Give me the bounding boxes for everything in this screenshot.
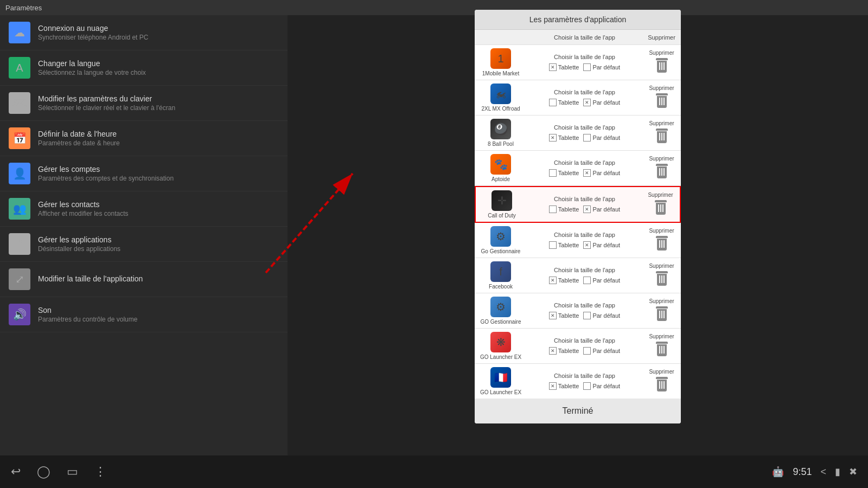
sidebar-title-accounts: Gérer les comptes: [38, 165, 174, 174]
trash-icon-7[interactable]: [655, 306, 669, 324]
choose-cell-4: Choisir la taille de l'app Tablette Par …: [524, 196, 646, 213]
pardefaut-option-0: Par défaut: [583, 63, 620, 71]
modal-header: Les paramètres d'application: [475, 10, 681, 30]
tablette-option-3: Tablette: [549, 169, 579, 177]
top-bar: Paramètres: [0, 0, 868, 15]
tablette-checkbox-7[interactable]: [549, 312, 557, 319]
pardefaut-label-9: Par défaut: [592, 383, 620, 389]
choose-label-5: Choisir la taille de l'app: [554, 232, 615, 238]
termine-button[interactable]: Terminé: [480, 404, 675, 418]
sidebar-icon-keyboard: ⌨: [9, 92, 30, 114]
sidebar-title-date: Définir la date & l'heure: [38, 130, 120, 138]
choose-cell-3: Choisir la taille de l'app Tablette Par …: [522, 159, 647, 177]
trash-icon-1[interactable]: [655, 93, 669, 111]
tablette-checkbox-3[interactable]: [549, 169, 557, 177]
tablette-checkbox-4[interactable]: [549, 206, 557, 213]
pardefaut-option-7: Par défaut: [583, 312, 620, 319]
sidebar-subtitle-sound: Paramètres du contrôle de volume: [38, 316, 137, 323]
sidebar-icon-cloud: ☁: [9, 22, 30, 43]
sidebar-icon-resize: ⤢: [9, 268, 30, 290]
delete-cell-9: Supprimer: [647, 369, 676, 394]
trash-icon-2[interactable]: [655, 129, 669, 146]
menu-button[interactable]: ⋮: [94, 465, 106, 479]
column-header-row: Choisir la taille de l'app Supprimer: [475, 30, 681, 45]
main-area: Les paramètres d'application Choisir la …: [288, 15, 868, 455]
sidebar-item-resize[interactable]: ⤢ Modifier la taille de l'application: [0, 262, 288, 297]
tablette-option-7: Tablette: [549, 312, 579, 319]
pardefaut-checkbox-0[interactable]: [583, 63, 591, 71]
delete-cell-7: Supprimer: [647, 298, 676, 324]
sidebar-item-contacts[interactable]: 👥 Gérer les contacts Afficher et modifie…: [0, 191, 288, 227]
delete-cell-0: Supprimer: [647, 50, 676, 75]
trash-icon-3[interactable]: [655, 164, 669, 181]
app-row-7: ⚙ GO Gestionnaire Choisir la taille de l…: [475, 293, 681, 329]
pardefaut-option-4: Par défaut: [583, 206, 620, 213]
home-button[interactable]: ◯: [37, 465, 50, 479]
trash-icon-4[interactable]: [654, 200, 668, 217]
pardefaut-option-6: Par défaut: [583, 277, 620, 284]
trash-icon-8[interactable]: [655, 342, 669, 359]
delete-cell-5: Supprimer: [647, 228, 676, 253]
tablette-checkbox-6[interactable]: [549, 277, 557, 284]
tablette-checkbox-8[interactable]: [549, 347, 557, 355]
sidebar-icon-date: 📅: [9, 127, 30, 149]
tablette-checkbox-9[interactable]: [549, 382, 557, 390]
app-name-4: Call of Duty: [488, 213, 516, 219]
tablette-option-6: Tablette: [549, 277, 579, 284]
pardefaut-checkbox-8[interactable]: [583, 347, 591, 355]
sidebar-item-lang[interactable]: A Changer la langue Sélectionnez la lang…: [0, 50, 288, 86]
sidebar-title-apps: Gérer les applications: [38, 235, 120, 244]
pardefaut-label-3: Par défaut: [592, 170, 620, 176]
app-row-4: ✛ Call of Duty Choisir la taille de l'ap…: [475, 186, 681, 223]
sidebar-item-apps[interactable]: ⚙ Gérer les applications Désinstaller de…: [0, 227, 288, 262]
sidebar-icon-lang: A: [9, 57, 30, 79]
pardefaut-checkbox-6[interactable]: [583, 277, 591, 284]
sidebar-item-accounts[interactable]: 👤 Gérer les comptes Paramètres des compt…: [0, 156, 288, 191]
sidebar-subtitle-contacts: Afficher et modifier les contacts: [38, 210, 129, 217]
sidebar-item-date[interactable]: 📅 Définir la date & l'heure Paramètres d…: [0, 121, 288, 156]
choose-cell-8: Choisir la taille de l'app Tablette Par …: [522, 337, 647, 355]
tablette-label-0: Tablette: [558, 64, 579, 70]
back-button[interactable]: ↩: [11, 465, 21, 479]
tablette-label-2: Tablette: [558, 134, 579, 141]
tablette-option-1: Tablette: [549, 99, 579, 106]
sidebar: ☁ Connexion au nuage Synchroniser téléph…: [0, 15, 288, 455]
choose-label-9: Choisir la taille de l'app: [554, 373, 615, 379]
delete-cell-2: Supprimer: [647, 120, 676, 146]
sidebar-item-sound[interactable]: 🔊 Son Paramètres du contrôle de volume: [0, 297, 288, 332]
app-name-7: GO Gestionnaire: [480, 319, 521, 325]
trash-icon-6[interactable]: [655, 271, 669, 288]
pardefaut-checkbox-2[interactable]: [583, 134, 591, 142]
trash-icon-5[interactable]: [655, 236, 669, 253]
sidebar-title-keyboard: Modifier les paramètres du clavier: [38, 94, 175, 103]
tablette-checkbox-5[interactable]: [549, 241, 557, 249]
sidebar-item-cloud[interactable]: ☁ Connexion au nuage Synchroniser téléph…: [0, 15, 288, 50]
recent-button[interactable]: ▭: [67, 465, 78, 479]
app-icon-cell-1: 🏍 2XL MX Offroad: [479, 84, 522, 112]
sidebar-item-keyboard[interactable]: ⌨ Modifier les paramètres du clavier Sél…: [0, 86, 288, 121]
app-settings-modal: Les paramètres d'application Choisir la …: [475, 10, 681, 423]
delete-label-1: Supprimer: [649, 85, 674, 91]
app-name-9: GO Launcher EX: [480, 389, 521, 395]
delete-label-9: Supprimer: [649, 369, 674, 375]
app-icon-8: ❋: [490, 332, 511, 352]
tablette-checkbox-0[interactable]: [549, 63, 557, 71]
trash-icon-0[interactable]: [655, 58, 669, 75]
sidebar-title-lang: Changer la langue: [38, 59, 146, 68]
pardefaut-checkbox-9[interactable]: [583, 382, 591, 390]
pardefaut-checkbox-7[interactable]: [583, 312, 591, 319]
choose-label-3: Choisir la taille de l'app: [554, 159, 615, 166]
delete-label-6: Supprimer: [649, 263, 674, 269]
tablette-option-0: Tablette: [549, 63, 579, 71]
trash-icon-9[interactable]: [655, 377, 669, 394]
app-name-2: 8 Ball Pool: [488, 141, 514, 147]
pardefaut-checkbox-5[interactable]: [583, 241, 591, 249]
app-icon-cell-9: 🇫🇷 GO Launcher EX: [479, 367, 522, 395]
pardefaut-checkbox-3[interactable]: [583, 169, 591, 177]
sidebar-icon-contacts: 👥: [9, 198, 30, 220]
pardefaut-checkbox-1[interactable]: [583, 99, 591, 106]
tablette-checkbox-1[interactable]: [549, 99, 557, 106]
pardefaut-checkbox-4[interactable]: [583, 206, 591, 213]
tablette-checkbox-2[interactable]: [549, 134, 557, 142]
tablette-label-6: Tablette: [558, 277, 579, 284]
